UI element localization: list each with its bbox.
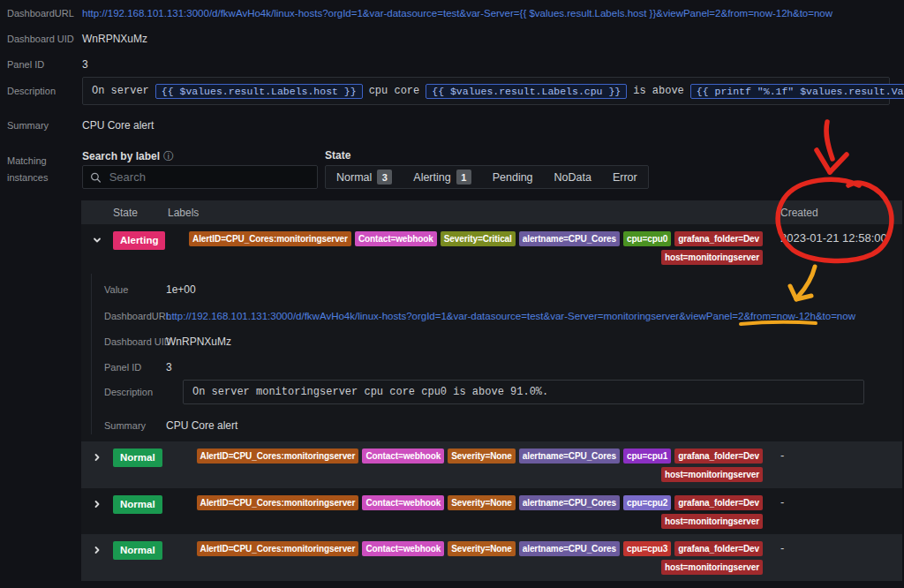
value-value: 1e+00 (166, 283, 196, 296)
label-chip: grafana_folder=Dev (674, 541, 763, 556)
filter-label: Alerting (413, 171, 450, 184)
search-icon (90, 171, 102, 184)
label-chip: cpu=cpu3 (623, 541, 671, 556)
label-chip: grafana_folder=Dev (674, 495, 763, 510)
search-by-label-heading: Search by labelⓘ (82, 149, 174, 164)
chevron-right-icon (92, 545, 102, 555)
table-row[interactable]: Alerting AlertID=CPU_Cores:monitoringser… (81, 224, 902, 274)
summary-value: CPU Core alert (82, 119, 154, 132)
filter-pending-button[interactable]: Pending (482, 166, 544, 188)
label-chip: Severity=Critical (441, 231, 516, 246)
search-input[interactable] (108, 170, 310, 185)
description-field-label: Description (104, 387, 153, 397)
status-badge: Normal (113, 495, 162, 514)
header-created: Created (768, 207, 902, 219)
status-badge: Normal (113, 541, 162, 560)
dashboard-uid-value: WnRPNXuMz (82, 33, 147, 45)
label-chip: Severity=None (448, 541, 515, 556)
matching-instances-label: Matching instances (7, 153, 65, 186)
label-chips: AlertID=CPU_Cores:monitoringserverContac… (168, 541, 768, 581)
label-chip: alertname=CPU_Cores (519, 449, 620, 464)
label-chips: AlertID=CPU_Cores:monitoringserverContac… (168, 495, 768, 534)
label-chip: Contact=webhook (362, 495, 444, 510)
instance-dashboard-url-link[interactable]: http://192.168.101.131:3000/d/fkwAvHo4k/… (166, 311, 855, 321)
template-chip: {{ printf "%.1f" $values.result.Value }} (690, 84, 904, 99)
description-template-box: On server {{ $values.result.Labels.host … (82, 77, 890, 105)
instance-description-box: On server monitoringserver cpu core cpu0… (183, 380, 864, 404)
status-badge: Alerting (113, 231, 165, 250)
table-row[interactable]: Normal AlertID=CPU_Cores:monitoringserve… (81, 441, 902, 488)
instance-description-text: On server monitoringserver cpu core cpu0… (192, 386, 548, 398)
state-filter-heading: State (325, 149, 350, 162)
created-value: - (768, 449, 902, 488)
label-chip: AlertID=CPU_Cores:monitoringserver (197, 541, 359, 556)
filter-label: Normal (336, 171, 372, 184)
created-value: 2023-01-21 12:58:00 (768, 231, 902, 274)
instance-details: Value 1e+00 DashboardURL http://192.168.… (81, 274, 902, 441)
label-chip: Contact=webhook (362, 449, 444, 464)
instance-row-normal: Normal AlertID=CPU_Cores:monitoringserve… (81, 488, 902, 534)
description-text: is above (633, 85, 684, 97)
collapse-row-button[interactable] (81, 231, 113, 274)
label-chip: alertname=CPU_Cores (519, 231, 620, 246)
label-chip: grafana_folder=Dev (674, 449, 763, 464)
summary-value: CPU Core alert (166, 419, 237, 432)
label-chip: host=monitoringserver (661, 467, 763, 482)
label-chip: cpu=cpu2 (623, 495, 671, 510)
summary-field-label: Summary (7, 120, 49, 131)
search-box (82, 165, 318, 189)
expand-row-button[interactable] (81, 495, 113, 534)
instance-row-normal: Normal AlertID=CPU_Cores:monitoringserve… (81, 441, 902, 488)
template-chip: {{ $values.result.Labels.cpu }} (426, 84, 627, 99)
label-chip: Contact=webhook (355, 231, 437, 246)
label-chip: host=monitoringserver (661, 514, 763, 529)
panel-id-field-label: Panel ID (104, 362, 141, 373)
label-chip: AlertID=CPU_Cores:monitoringserver (197, 495, 359, 510)
label-chip: host=monitoringserver (661, 250, 763, 265)
dashboard-uid-value: WnRPNXuMz (166, 335, 231, 348)
label-chip: Contact=webhook (362, 541, 444, 556)
filter-count-badge: 3 (377, 170, 392, 185)
filter-alerting-button[interactable]: Alerting 1 (403, 166, 481, 188)
created-value: - (768, 495, 902, 534)
label-chip: alertname=CPU_Cores (519, 495, 620, 510)
table-row[interactable]: Normal AlertID=CPU_Cores:monitoringserve… (81, 534, 902, 581)
dashboard-url-link[interactable]: http://192.168.101.131:3000/d/fkwAvHo4k/… (82, 8, 832, 19)
label-chip: Severity=None (448, 449, 515, 464)
filter-label: Pending (493, 171, 533, 184)
instance-row-alerting: Alerting AlertID=CPU_Cores:monitoringser… (81, 224, 902, 441)
header-labels: Labels (168, 207, 768, 219)
label-chip: alertname=CPU_Cores (519, 541, 620, 556)
label-chip: grafana_folder=Dev (674, 231, 763, 246)
label-chip: AlertID=CPU_Cores:monitoringserver (189, 231, 351, 246)
info-icon[interactable]: ⓘ (163, 150, 174, 162)
label-chip: cpu=cpu0 (623, 231, 671, 246)
dashboard-url-field-label: DashboardURL (7, 8, 74, 19)
description-text: cpu core (369, 85, 420, 97)
red-arrow-annotation (817, 122, 847, 172)
filter-label: Error (613, 171, 637, 184)
dashboard-uid-field-label: Dashboard UID (104, 336, 171, 347)
filter-error-button[interactable]: Error (602, 166, 648, 188)
chevron-right-icon (92, 452, 102, 463)
value-field-label: Value (104, 284, 128, 295)
label-chips: AlertID=CPU_Cores:monitoringserverContac… (168, 449, 768, 488)
label-chip: cpu=cpu1 (623, 449, 671, 464)
description-field-label: Description (7, 86, 56, 96)
created-value: - (768, 541, 902, 581)
table-row[interactable]: Normal AlertID=CPU_Cores:monitoringserve… (81, 488, 902, 534)
table-header-row: State Labels Created (81, 200, 902, 224)
filter-count-badge: 1 (456, 170, 471, 185)
panel-id-value: 3 (82, 58, 88, 71)
filter-label: NoData (554, 171, 591, 184)
expand-row-button[interactable] (81, 449, 113, 488)
dashboard-uid-field-label: Dashboard UID (7, 34, 74, 44)
label-chips: AlertID=CPU_Cores:monitoringserverContac… (168, 231, 768, 274)
template-chip: {{ $values.result.Labels.host }} (155, 84, 363, 99)
expand-row-button[interactable] (81, 541, 113, 581)
filter-nodata-button[interactable]: NoData (544, 166, 602, 188)
chevron-down-icon (92, 235, 102, 245)
instances-table: State Labels Created Alerting AlertID=CP… (81, 200, 902, 581)
filter-normal-button[interactable]: Normal 3 (326, 166, 403, 188)
label-chip: Severity=None (448, 495, 515, 510)
